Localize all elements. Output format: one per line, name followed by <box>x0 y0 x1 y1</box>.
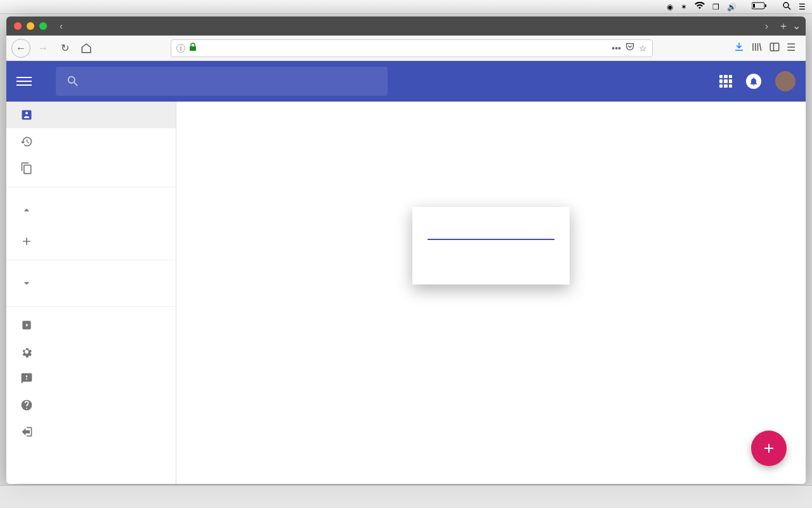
google-header <box>6 61 806 102</box>
duplicates-icon <box>20 162 33 175</box>
tab-scroll-left[interactable]: ‹ <box>55 21 68 31</box>
sidebar-item-create-label[interactable] <box>6 228 176 255</box>
sidebar-icon[interactable] <box>769 41 780 55</box>
feedback-icon <box>20 372 33 385</box>
account-avatar[interactable] <box>775 71 796 91</box>
sidebar-item-duplicates[interactable] <box>6 155 176 182</box>
svg-rect-6 <box>735 50 743 51</box>
downloads-icon[interactable] <box>733 41 745 55</box>
chevron-down-icon <box>20 277 33 290</box>
mac-menubar: ◉ ✶ ❐ 🔊 ☰ <box>0 0 812 14</box>
library-icon[interactable] <box>751 41 763 55</box>
history-icon <box>20 135 33 148</box>
spotlight-icon[interactable] <box>782 1 791 12</box>
dialog-overlay <box>176 102 806 484</box>
other-icon <box>20 319 33 331</box>
sidebar-item-settings[interactable] <box>6 338 176 365</box>
forward-button[interactable]: → <box>34 39 52 57</box>
toolbar: ← → ↻ i ••• ☆ <box>6 36 806 61</box>
chevron-up-icon <box>20 204 33 217</box>
svg-rect-11 <box>770 43 779 51</box>
main-menu-button[interactable] <box>16 74 32 89</box>
page-actions-icon[interactable]: ••• <box>612 43 621 53</box>
pocket-icon[interactable] <box>625 42 635 54</box>
sidebar-item-feedback[interactable] <box>6 365 176 392</box>
reload-button[interactable]: ↻ <box>56 39 74 57</box>
new-tab[interactable]: ＋ <box>778 20 789 33</box>
sidebar-item-labels[interactable] <box>6 192 176 228</box>
plus-icon <box>20 235 33 248</box>
sidebar <box>6 102 176 484</box>
battery-icon[interactable] <box>752 2 767 11</box>
sidebar-item-frequent[interactable] <box>6 128 176 155</box>
home-button[interactable] <box>77 39 95 57</box>
create-label-dialog <box>412 207 570 284</box>
notifications-icon[interactable] <box>746 74 761 89</box>
display-icon[interactable]: ❐ <box>712 3 719 11</box>
bookmark-icon[interactable]: ☆ <box>639 43 647 53</box>
lock-icon <box>189 43 197 53</box>
tabs-menu[interactable]: ⌄ <box>792 20 801 33</box>
sidebar-item-other[interactable] <box>6 312 176 338</box>
search-bar[interactable] <box>56 67 388 96</box>
volume-icon[interactable]: 🔊 <box>727 3 737 11</box>
contacts-main <box>176 102 806 484</box>
traffic-lights <box>6 22 55 30</box>
status-icon[interactable]: ✶ <box>681 3 687 11</box>
svg-line-10 <box>760 43 761 51</box>
dock <box>0 485 812 508</box>
close-window[interactable] <box>14 22 22 30</box>
sidebar-item-contacts[interactable] <box>6 102 176 128</box>
svg-rect-2 <box>753 4 755 8</box>
apps-icon[interactable] <box>719 75 732 88</box>
label-name-input[interactable] <box>428 224 554 240</box>
hamburger-icon[interactable]: ☰ <box>787 41 796 55</box>
svg-rect-5 <box>190 46 196 51</box>
sidebar-item-more[interactable] <box>6 265 176 301</box>
search-icon <box>66 74 80 88</box>
minimize-window[interactable] <box>27 22 34 30</box>
create-contact-fab[interactable] <box>751 431 787 466</box>
back-button[interactable]: ← <box>11 39 30 58</box>
exit-icon <box>20 425 33 438</box>
menu-icon[interactable]: ☰ <box>799 3 806 11</box>
svg-line-4 <box>788 7 790 10</box>
maximize-window[interactable] <box>39 22 47 30</box>
help-icon <box>20 399 33 411</box>
page-content <box>6 61 806 484</box>
status-icon[interactable]: ◉ <box>667 3 673 11</box>
site-info-icon[interactable]: i <box>176 44 185 53</box>
browser-window: ‹ › ＋ ⌄ ← → ↻ i ••• ☆ <box>6 17 806 484</box>
tab-strip: ‹ › ＋ ⌄ <box>6 17 806 36</box>
contacts-icon <box>20 109 33 121</box>
url-bar[interactable]: i ••• ☆ <box>171 39 653 57</box>
svg-point-3 <box>783 3 789 8</box>
svg-rect-1 <box>765 4 766 7</box>
sidebar-item-help[interactable] <box>6 392 176 418</box>
wifi-icon[interactable] <box>695 2 705 11</box>
tab-scroll-right[interactable]: › <box>760 21 773 31</box>
sidebar-item-switch[interactable] <box>6 418 176 445</box>
search-input[interactable] <box>90 76 377 87</box>
gear-icon <box>20 345 33 358</box>
